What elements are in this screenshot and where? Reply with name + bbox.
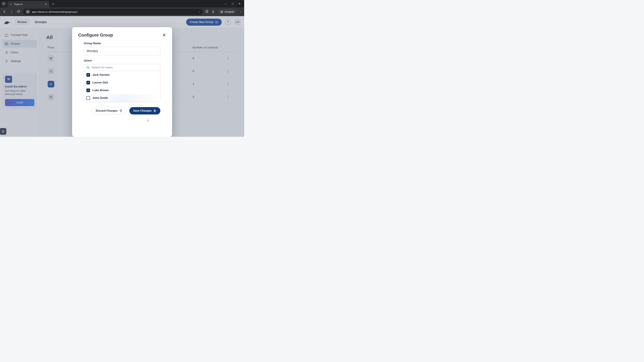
discard-label: Discard Changes bbox=[96, 109, 118, 112]
modal-overlay: Configure Group ✕ Group Name Users Jack … bbox=[0, 16, 244, 137]
browser-menu-icon[interactable]: ⋮ bbox=[240, 10, 242, 13]
checkbox-icon[interactable] bbox=[86, 81, 90, 84]
back-button[interactable] bbox=[2, 9, 7, 14]
trash-icon bbox=[120, 109, 122, 112]
save-label: Save Changes bbox=[133, 109, 152, 112]
close-modal-button[interactable]: ✕ bbox=[162, 32, 166, 38]
address-bar[interactable]: app.robinai.co.uk/review/settings/groups… bbox=[23, 9, 203, 15]
close-window-icon[interactable]: ✕ bbox=[238, 2, 240, 5]
user-search-field[interactable] bbox=[84, 64, 160, 71]
modal-title: Configure Group bbox=[78, 32, 113, 38]
svg-point-1 bbox=[28, 12, 28, 12]
user-name: Jack Daniels bbox=[92, 73, 110, 77]
incognito-icon bbox=[220, 10, 223, 13]
extensions-icon[interactable] bbox=[205, 10, 208, 14]
search-icon bbox=[86, 66, 90, 69]
user-name: John Smith bbox=[92, 96, 108, 100]
save-changes-button[interactable]: Save Changes bbox=[129, 107, 160, 114]
group-name-input[interactable] bbox=[84, 47, 160, 55]
minimize-icon[interactable]: — bbox=[224, 2, 227, 5]
cursor-icon bbox=[147, 119, 150, 122]
user-name: Luke Brown bbox=[92, 89, 109, 92]
user-list: Jack Daniels Lauren Deli Luke Brown John… bbox=[84, 71, 160, 102]
url-bar: app.robinai.co.uk/review/settings/groups… bbox=[0, 7, 244, 16]
downloads-icon[interactable] bbox=[212, 10, 215, 14]
tab-bar: Robin AI ✕ ＋ — ▢ ✕ bbox=[0, 0, 244, 7]
maximize-icon[interactable]: ▢ bbox=[232, 2, 234, 5]
user-option[interactable]: Lauren Deli bbox=[84, 79, 160, 86]
user-option[interactable]: Jack Daniels bbox=[84, 71, 160, 79]
user-option[interactable]: John Smith bbox=[84, 94, 160, 102]
close-tab-icon[interactable]: ✕ bbox=[45, 3, 47, 6]
window-controls: — ▢ ✕ bbox=[224, 2, 243, 5]
checkbox-icon[interactable] bbox=[86, 88, 90, 92]
group-name-label: Group Name bbox=[84, 42, 160, 45]
site-settings-icon[interactable] bbox=[26, 10, 30, 14]
reload-button[interactable] bbox=[16, 9, 21, 14]
close-icon: ✕ bbox=[162, 32, 166, 37]
chevron-down-icon bbox=[3, 3, 5, 5]
bookmark-star-icon[interactable]: ☆ bbox=[198, 10, 200, 13]
browser-chrome: Robin AI ✕ ＋ — ▢ ✕ app.robinai.co.uk/rev… bbox=[0, 0, 244, 16]
user-option[interactable]: Luke Brown bbox=[84, 86, 160, 94]
svg-point-0 bbox=[27, 11, 28, 11]
user-search-input[interactable] bbox=[92, 66, 158, 69]
tab-search-dropdown[interactable] bbox=[1, 1, 6, 6]
save-icon bbox=[153, 109, 156, 112]
incognito-label: Incognito bbox=[224, 10, 234, 13]
url-text: app.robinai.co.uk/review/settings/groups… bbox=[32, 10, 78, 13]
checkbox-icon[interactable] bbox=[86, 96, 90, 100]
browser-tab[interactable]: Robin AI ✕ bbox=[8, 1, 49, 7]
favicon-icon bbox=[10, 3, 13, 6]
new-tab-button[interactable]: ＋ bbox=[52, 2, 55, 6]
forward-button[interactable] bbox=[9, 9, 14, 14]
users-label: Users bbox=[84, 59, 160, 62]
tab-title: Robin AI bbox=[14, 3, 23, 5]
configure-group-modal: Configure Group ✕ Group Name Users Jack … bbox=[72, 27, 172, 137]
checkbox-icon[interactable] bbox=[86, 73, 90, 77]
user-name: Lauren Deli bbox=[92, 81, 108, 84]
incognito-chip[interactable]: Incognito bbox=[218, 9, 236, 14]
discard-changes-button[interactable]: Discard Changes bbox=[92, 107, 126, 114]
